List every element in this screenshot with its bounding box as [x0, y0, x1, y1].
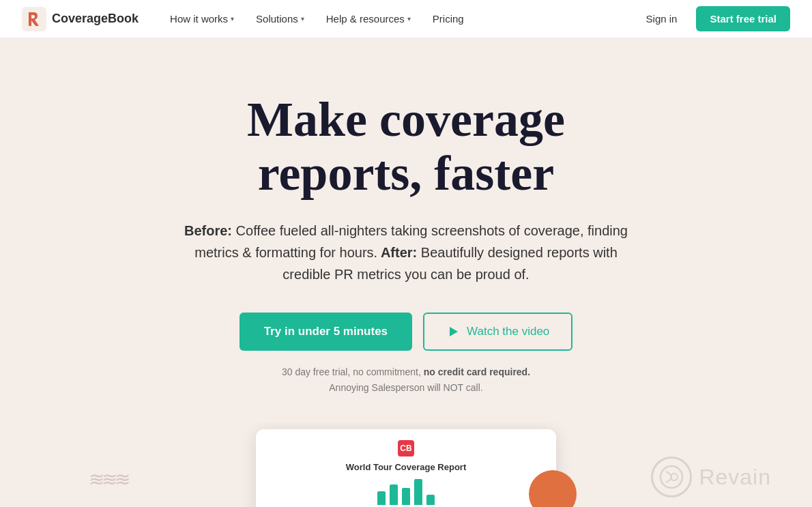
preview-card: CB World Tour Coverage Report	[256, 429, 556, 507]
play-icon	[446, 325, 460, 338]
orange-circle-decoration	[529, 470, 577, 507]
bar-2	[390, 484, 398, 505]
hero-buttons: Try in under 5 minutes Watch the video	[240, 313, 573, 351]
bar-3	[402, 488, 410, 505]
nav-solutions[interactable]: Solutions ▾	[246, 8, 314, 30]
logo-link[interactable]: CoverageBook	[22, 7, 139, 31]
revain-watermark: Revain	[651, 457, 771, 497]
revain-icon	[651, 457, 692, 497]
nav-help-resources[interactable]: Help & resources ▾	[317, 8, 420, 30]
try-now-button[interactable]: Try in under 5 minutes	[240, 313, 412, 351]
navigation: CoverageBook How it works ▾ Solutions ▾ …	[0, 0, 812, 38]
watch-video-label: Watch the video	[467, 325, 549, 338]
nav-actions: Sign in Start free trial	[638, 6, 790, 31]
preview-area: ≋≋≋ CB World Tour Coverage Report Revain	[0, 422, 812, 507]
bar-1	[377, 491, 386, 505]
sign-in-button[interactable]: Sign in	[638, 8, 686, 30]
bar-5	[426, 495, 435, 505]
hero-title: Make coverage reports, faster	[167, 93, 645, 201]
nav-pricing[interactable]: Pricing	[423, 8, 474, 30]
chevron-down-icon: ▾	[407, 15, 411, 23]
preview-card-logo: CB	[398, 440, 414, 457]
revain-text: Revain	[699, 465, 771, 490]
chevron-down-icon: ▾	[301, 15, 304, 23]
preview-card-title: World Tour Coverage Report	[346, 462, 466, 472]
start-trial-button[interactable]: Start free trial	[696, 6, 790, 31]
preview-bar-chart	[377, 478, 435, 505]
logo-icon	[22, 7, 46, 31]
before-label: Before:	[184, 223, 232, 238]
hero-subtitle: Before: Coffee fueled all-nighters takin…	[181, 220, 631, 285]
hero-section: Make coverage reports, faster Before: Co…	[0, 38, 812, 422]
after-label: After:	[377, 245, 417, 260]
bar-4	[414, 479, 422, 505]
nav-links: How it works ▾ Solutions ▾ Help & resour…	[160, 8, 638, 30]
brand-name: CoverageBook	[52, 12, 139, 26]
watch-video-button[interactable]: Watch the video	[423, 313, 572, 351]
squiggle-decoration: ≋≋≋	[89, 468, 128, 491]
chevron-down-icon: ▾	[231, 15, 234, 23]
svg-marker-1	[450, 327, 458, 336]
preview-logo-icon: CB	[398, 440, 414, 457]
hero-fine-print: 30 day free trial, no commitment, no cre…	[282, 364, 530, 395]
nav-how-it-works[interactable]: How it works ▾	[160, 8, 244, 30]
